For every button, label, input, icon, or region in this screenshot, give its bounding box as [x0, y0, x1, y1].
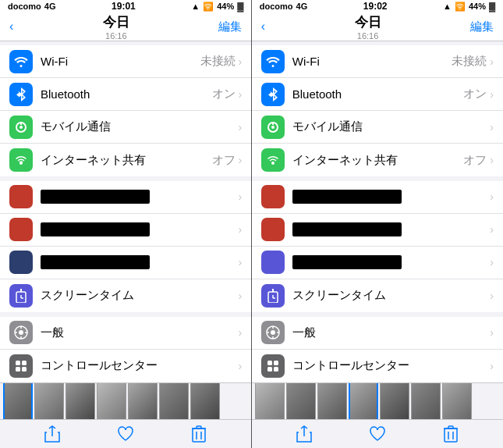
bluetooth-value-left: オン: [212, 87, 236, 101]
svg-rect-17: [22, 367, 27, 372]
wifi-item-left[interactable]: Wi-Fi 未接続 ›: [0, 45, 251, 78]
svg-point-1: [19, 126, 23, 129]
svg-rect-18: [193, 428, 205, 442]
bottom-toolbar-right: [252, 419, 503, 448]
app3-chevron-right: ›: [490, 256, 494, 268]
battery-pct-right: 44%: [469, 2, 486, 11]
nav-title-sub-right: 16:16: [265, 31, 470, 41]
nav-title-main-right: 今日: [265, 13, 470, 31]
wifi-item-right[interactable]: Wi-Fi 未接続 ›: [252, 45, 503, 78]
thumb-6-left[interactable]: [159, 382, 189, 419]
share-button-right[interactable]: [290, 420, 318, 448]
screentime-item-right[interactable]: スクリーンタイム ›: [252, 279, 503, 312]
bottom-toolbar-left: [0, 419, 251, 448]
network-right: 4G: [296, 2, 308, 11]
hotspot-label-right: インターネット共有: [292, 153, 464, 168]
general-label-right: 一般: [292, 325, 491, 340]
thumb-5-right[interactable]: [380, 382, 409, 419]
app2-item-right[interactable]: ›: [252, 214, 503, 247]
control-label-right: コントロールセンター: [292, 358, 491, 373]
general-item-left[interactable]: 一般 ›: [0, 317, 251, 350]
thumb-7-left[interactable]: [190, 382, 220, 419]
mobile-item-left[interactable]: モバイル通信 ›: [0, 111, 251, 144]
app2-chevron-left: ›: [239, 223, 243, 236]
screentime-item-left[interactable]: スクリーンタイム ›: [0, 279, 251, 312]
mobile-label-right: モバイル通信: [292, 119, 491, 134]
nav-title-right: 今日 16:16: [265, 13, 470, 41]
edit-button-left[interactable]: 編集: [218, 20, 242, 34]
bluetooth-item-left[interactable]: Bluetooth オン ›: [0, 78, 251, 111]
general-icon-right: [261, 321, 285, 344]
thumb-1-right[interactable]: [255, 382, 285, 419]
mobile-chevron-left: ›: [239, 121, 243, 133]
wifi-value-right: 未接続: [452, 54, 487, 69]
control-item-left[interactable]: コントロールセンター ›: [0, 350, 251, 382]
app1-icon-right: [261, 185, 285, 208]
svg-rect-14: [16, 361, 20, 365]
app1-item-left[interactable]: ›: [0, 181, 251, 214]
hotspot-item-right[interactable]: インターネット共有 オフ ›: [252, 144, 503, 176]
thumb-7-right[interactable]: [442, 382, 472, 419]
trash-button-left[interactable]: [185, 420, 213, 448]
control-item-right[interactable]: コントロールセンター ›: [252, 350, 503, 382]
heart-button-left[interactable]: [112, 420, 140, 448]
app3-chevron-left: ›: [239, 256, 243, 268]
right-panel: docomo 4G 19:02 ▲ 🛜 44% ▓ ‹ 今日 16:16 編集: [252, 0, 503, 448]
app2-item-left[interactable]: ›: [0, 214, 251, 247]
heart-button-right[interactable]: [363, 420, 391, 448]
general-label-left: 一般: [41, 325, 239, 340]
app3-item-left[interactable]: ›: [0, 247, 251, 279]
bluetooth-item-right[interactable]: Bluetooth オン ›: [252, 78, 503, 111]
thumb-5-left[interactable]: [128, 382, 158, 419]
app3-item-right[interactable]: ›: [252, 247, 503, 279]
share-button-left[interactable]: [38, 420, 66, 448]
app1-icon-left: [9, 185, 33, 208]
hotspot-chevron-left: ›: [239, 154, 243, 166]
apps-section-left: › › › スクリーンタイム ›: [0, 181, 251, 312]
svg-rect-39: [267, 367, 272, 372]
connectivity-section-left: Wi-Fi 未接続 › Bluetooth オン ›: [0, 45, 251, 176]
app1-chevron-right: ›: [490, 190, 494, 203]
network-left: 4G: [44, 2, 56, 11]
battery-icon-right: ▓: [489, 2, 495, 11]
system-section-right: 一般 › コントロールセンター ›: [252, 317, 503, 382]
wifi-chevron-right: ›: [490, 55, 494, 68]
nav-title-main-left: 今日: [13, 13, 218, 31]
hotspot-label-left: インターネット共有: [41, 153, 212, 168]
thumb-4-right[interactable]: [349, 382, 378, 419]
signal-icon-right: ▲: [443, 2, 452, 11]
mobile-item-right[interactable]: モバイル通信 ›: [252, 111, 503, 144]
general-item-right[interactable]: 一般 ›: [252, 317, 503, 350]
edit-button-right[interactable]: 編集: [470, 20, 494, 34]
thumb-4-left[interactable]: [97, 382, 126, 419]
thumb-2-left[interactable]: [34, 382, 64, 419]
status-right-right: ▲ 🛜 44% ▓: [443, 2, 495, 12]
app3-icon-left: [9, 251, 33, 274]
wifi-value-left: 未接続: [200, 54, 236, 69]
control-chevron-left: ›: [239, 360, 243, 372]
wifi-icon-right: 🛜: [455, 2, 466, 12]
app1-item-right[interactable]: ›: [252, 181, 503, 214]
hotspot-item-left[interactable]: インターネット共有 オフ ›: [0, 144, 251, 176]
status-right-left: ▲ 🛜 44% ▓: [191, 2, 243, 12]
control-icon-left: [9, 354, 33, 378]
hotspot-chevron-right: ›: [490, 154, 494, 166]
mobile-icon-left: [9, 116, 33, 139]
thumb-3-left[interactable]: [66, 382, 95, 419]
svg-point-32: [271, 330, 275, 335]
wifi-icon-left: 🛜: [203, 2, 214, 12]
thumb-1-left[interactable]: [3, 382, 33, 419]
nav-bar-right: ‹ 今日 16:16 編集: [252, 13, 503, 41]
general-chevron-left: ›: [239, 326, 243, 339]
app1-redacted-right: [292, 190, 402, 204]
thumb-6-right[interactable]: [411, 382, 441, 419]
status-left: docomo 4G: [8, 2, 55, 11]
svg-rect-43: [448, 426, 453, 428]
thumb-2-right[interactable]: [286, 382, 316, 419]
bt-chevron-right: ›: [490, 88, 494, 101]
trash-button-right[interactable]: [437, 420, 465, 448]
screentime-chevron-left: ›: [239, 290, 243, 302]
screentime-icon-right: [261, 284, 285, 308]
wifi-label-left: Wi-Fi: [41, 55, 200, 68]
thumb-3-right[interactable]: [317, 382, 347, 419]
